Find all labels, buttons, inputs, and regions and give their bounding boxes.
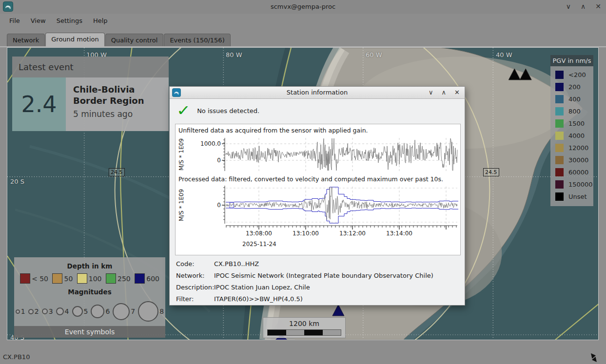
- tab-quality-control[interactable]: Quality control: [105, 34, 164, 46]
- maximize-icon[interactable]: ∧: [581, 2, 586, 10]
- pgv-item: 60000: [550, 166, 593, 178]
- depth-label: 50: [64, 275, 73, 283]
- magnitude-label: 7: [131, 307, 135, 315]
- info-label: Network:: [176, 272, 214, 279]
- pgv-label: 30000: [568, 156, 588, 164]
- pgv-item: 30000: [550, 154, 593, 166]
- minimize-icon[interactable]: ∨: [566, 2, 571, 10]
- lon-label-40w: 40 W: [496, 51, 512, 58]
- window-titlebar[interactable]: scmvx@gempa-proc ∨ ∧ ✕: [0, 0, 606, 14]
- tab-network[interactable]: Network: [7, 34, 45, 46]
- dialog-maximize-icon[interactable]: ∧: [442, 87, 447, 98]
- pgv-swatch: [555, 83, 564, 91]
- info-label: Filter:: [176, 295, 214, 303]
- menu-settings[interactable]: Settings: [51, 15, 88, 26]
- depth-label: < 50: [32, 275, 48, 283]
- depth-item: 100: [77, 273, 102, 284]
- date-label: 2025-11-24: [242, 241, 276, 248]
- magnitude-item: 3: [42, 307, 53, 315]
- magnitude-item: 4: [56, 307, 69, 315]
- pgv-label: 12000: [568, 144, 588, 152]
- pgv-label: 800: [568, 108, 581, 115]
- close-icon[interactable]: ✕: [595, 2, 601, 10]
- info-label: Description:: [176, 284, 214, 291]
- scale-bar-segments: [267, 329, 341, 336]
- pgv-item: 200: [550, 81, 593, 93]
- station-info-rows: Code: CX.PB10..HHZ Network: IPOC Seismic…: [176, 258, 459, 305]
- event-time-ago: 5 minutes ago: [73, 109, 169, 119]
- depth-swatch: [77, 273, 87, 284]
- pgv-swatch: [555, 95, 564, 103]
- pgv-swatch: [555, 144, 564, 152]
- lon-label-80w: 80 W: [226, 51, 242, 58]
- latest-event-header: Latest event: [12, 57, 169, 77]
- depth-label: 600: [146, 275, 159, 283]
- latest-event-panel: Latest event 2.4 Chile-Bolivia Border Re…: [12, 57, 169, 131]
- dialog-titlebar[interactable]: Station information ∨ ∧ ✕: [170, 87, 465, 99]
- magnitude-circle: [56, 307, 64, 315]
- pgv-swatch: [555, 119, 564, 128]
- pgv-swatch: [555, 180, 564, 189]
- pgv-label: 200: [568, 83, 581, 91]
- depth-swatch: [52, 273, 62, 284]
- depth-item: 250: [106, 273, 131, 284]
- depth-swatch: [106, 273, 116, 284]
- magnitude-item: 1: [16, 307, 25, 315]
- pgv-legend: PGV in nm/s <200 200 400 800 1500 4000 1…: [550, 55, 593, 206]
- pgv-swatch: [555, 71, 564, 79]
- dialog-status-row: ✓ No issues detected.: [177, 103, 259, 118]
- event-symbols-footer: Event symbols: [14, 326, 165, 338]
- plot1-caption: Unfiltered data as acquired from the sen…: [178, 127, 368, 134]
- magnitude-item: 5: [72, 306, 88, 317]
- pgv-label: 60000: [568, 169, 588, 176]
- station-information-dialog[interactable]: Station information ∨ ∧ ✕ ✓ No issues de…: [169, 86, 465, 306]
- magnitude-label: 5: [84, 307, 88, 315]
- waveform-plot-box: Unfiltered data as acquired from the sen…: [175, 124, 461, 255]
- magnitude-label: 6: [105, 307, 110, 315]
- recordstream-status-icon[interactable]: [588, 352, 599, 363]
- status-message: No issues detected.: [197, 107, 259, 115]
- lat-label-20s: 20 S: [10, 178, 24, 185]
- magnitude-circle: [42, 308, 48, 314]
- pgv-label: 400: [568, 96, 581, 103]
- depth-swatch: [135, 273, 145, 284]
- lon-label-60w: 60 W: [366, 51, 382, 58]
- pgv-item: 800: [550, 105, 593, 117]
- time-tick: 13:10:00: [293, 230, 319, 237]
- tabbar: Network Ground motion Quality control Ev…: [0, 28, 606, 47]
- pgv-item: 1500: [550, 117, 593, 130]
- menu-file[interactable]: File: [4, 15, 25, 26]
- info-value: IPOC Station Juan Lopez, Chile: [214, 284, 310, 291]
- dialog-minimize-icon[interactable]: ∨: [429, 87, 433, 98]
- depth-item: 50: [52, 273, 73, 284]
- magnitude-label: 2: [35, 307, 39, 315]
- distance-ring-label: 24.5: [483, 168, 499, 176]
- tab-events[interactable]: Events (150/156): [164, 34, 230, 46]
- magnitude-circle: [113, 303, 130, 320]
- pgv-item: <200: [550, 69, 593, 81]
- pgv-item: 400: [550, 93, 593, 105]
- plot1-ytick-1000: 1000.0: [200, 140, 221, 147]
- ground-motion-map[interactable]: 100 W 80 W 60 W 40 W 20 S 40 S 24.5 24.5…: [7, 47, 599, 340]
- dialog-close-icon[interactable]: ✕: [454, 87, 460, 98]
- magnitude-circle: [16, 309, 20, 314]
- plot2-caption: Processed data: filtered, converted to v…: [178, 175, 443, 183]
- magnitudes-legend-title: Magnitudes: [14, 284, 165, 296]
- pgv-item: 4000: [550, 130, 593, 142]
- magnitude-circle: [72, 306, 83, 317]
- time-tick: 13:14:00: [386, 230, 412, 237]
- menu-help[interactable]: Help: [88, 15, 113, 26]
- magnitude-circle: [28, 309, 34, 314]
- pgv-swatch: [555, 107, 564, 115]
- tab-ground-motion[interactable]: Ground motion: [45, 33, 104, 46]
- pgv-legend-title: PGV in nm/s: [550, 55, 593, 66]
- statusbar: CX.PB10: [0, 340, 606, 364]
- scale-bar-label: 1200 km: [263, 320, 345, 327]
- info-row-code: Code: CX.PB10..HHZ: [176, 258, 459, 269]
- menu-view[interactable]: View: [25, 15, 51, 26]
- magnitude-label: 4: [65, 307, 69, 315]
- magnitude-circle: [91, 305, 104, 318]
- magnitude-label: 1: [21, 307, 25, 315]
- pgv-swatch: [555, 168, 564, 176]
- dialog-title: Station information: [170, 87, 465, 98]
